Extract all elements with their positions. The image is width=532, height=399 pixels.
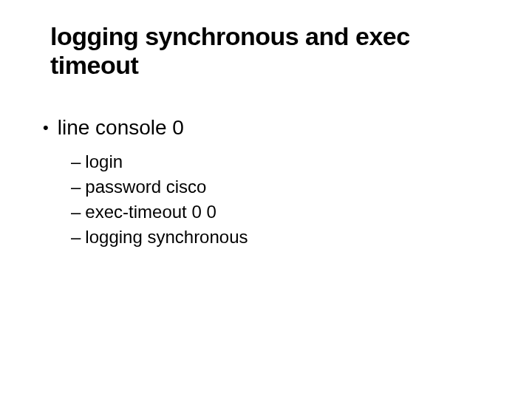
slide-container: logging synchronous and exec timeout • l… [0, 0, 532, 399]
list-item: • line console 0 [43, 115, 488, 140]
list-item: – logging synchronous [71, 226, 488, 248]
list-item: – exec-timeout 0 0 [71, 201, 488, 223]
list-item-label: login [85, 151, 123, 173]
bullet-dot-icon: • [43, 115, 49, 140]
dash-icon: – [71, 201, 81, 223]
list-item-label: password cisco [85, 176, 206, 198]
list-item: – login [71, 151, 488, 173]
slide-title: logging synchronous and exec timeout [50, 22, 488, 80]
list-item-label: logging synchronous [85, 226, 248, 248]
dash-icon: – [71, 226, 81, 248]
list-item: – password cisco [71, 176, 488, 198]
sublist: – login – password cisco – exec-timeout … [71, 151, 488, 248]
list-item-label: exec-timeout 0 0 [85, 201, 216, 223]
dash-icon: – [71, 151, 81, 173]
list-item-label: line console 0 [58, 115, 184, 140]
dash-icon: – [71, 176, 81, 198]
